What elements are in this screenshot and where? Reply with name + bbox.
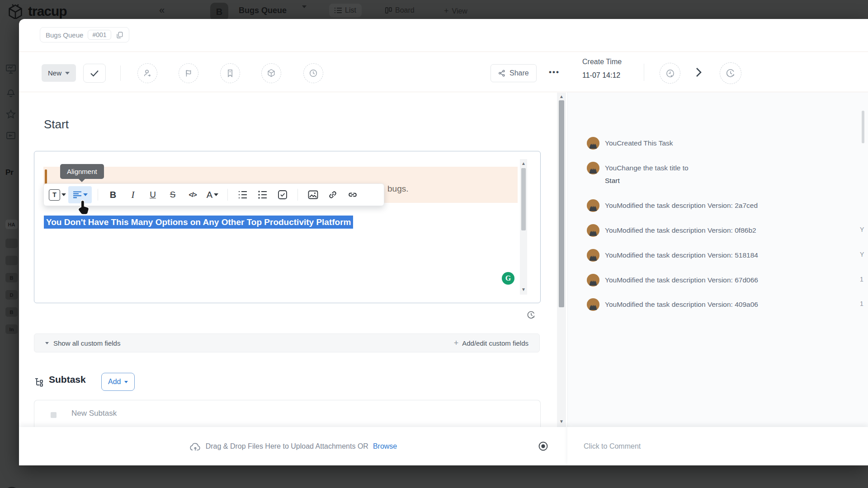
bullet-list-button[interactable] (254, 186, 272, 203)
align-left-icon (73, 191, 82, 198)
more-options-button[interactable]: ••• (549, 68, 560, 77)
notifications-bell-icon[interactable] (6, 88, 16, 98)
link-button[interactable] (324, 186, 342, 203)
create-time-value: 11-07 14:12 (582, 71, 620, 80)
activity-item: YouModified the task description Version… (587, 224, 867, 237)
insert-image-button[interactable] (304, 186, 322, 203)
activity-detail: Start (605, 177, 620, 184)
project-badge[interactable]: B (5, 307, 18, 317)
comment-bar[interactable]: Click to Comment (567, 427, 868, 465)
project-chip[interactable]: B (210, 3, 228, 19)
left-sidebar: Pr HA B D B In (0, 19, 19, 488)
favorites-star-icon[interactable] (6, 109, 16, 119)
comment-input[interactable]: Click to Comment (584, 442, 641, 450)
activity-history-button[interactable] (720, 62, 741, 84)
priority-button[interactable] (179, 63, 198, 83)
tracup-logo-text[interactable]: tracup (28, 4, 67, 19)
avatar (587, 162, 599, 174)
list-icon (335, 7, 342, 14)
subtask-status-square[interactable] (51, 412, 57, 418)
editor-scroll-up-arrow[interactable]: ▲ (521, 161, 526, 166)
toolbar-separator (98, 189, 98, 201)
dashboard-icon[interactable] (5, 64, 16, 74)
checkbox-button[interactable] (274, 186, 292, 203)
drag-drop-text: Drag & Drop Files Here to Upload Attachm… (206, 442, 368, 450)
toolbar-divider (120, 66, 121, 81)
caret-down-icon (45, 342, 49, 344)
tab-board[interactable]: Board (385, 6, 415, 14)
project-name[interactable]: Bugs Queue (239, 6, 287, 15)
project-badge[interactable]: HA (5, 220, 18, 229)
clock-icon (308, 68, 318, 78)
avatar (587, 224, 599, 237)
due-date-button[interactable] (303, 63, 323, 83)
project-caret-icon[interactable] (302, 8, 307, 16)
cube-icon (266, 68, 276, 78)
attachment-drop-zone[interactable]: Drag & Drop Files Here to Upload Attachm… (19, 427, 567, 465)
toolbar-separator (297, 189, 298, 201)
header-divider (19, 52, 868, 52)
assignee-button[interactable] (137, 63, 157, 83)
add-custom-fields-button[interactable]: + Add/edit custom fields (454, 338, 528, 348)
activity-item: YouModified the task description Version… (587, 249, 867, 262)
create-time-label: Create Time (582, 58, 622, 66)
editor-scrollbar-thumb[interactable] (521, 168, 526, 230)
new-subtask-input[interactable]: New Subtask (71, 409, 117, 418)
flag-icon (184, 68, 193, 78)
activity-item: YouModified the task description Version… (587, 199, 867, 212)
ordered-list-button[interactable] (234, 186, 252, 203)
subtask-section-title: Subtask (49, 374, 86, 385)
font-color-button[interactable]: A (203, 186, 222, 203)
chevron-right-icon[interactable] (693, 66, 703, 79)
project-badge[interactable] (5, 239, 18, 248)
callout-visible-text: bugs. (387, 184, 408, 194)
browse-link[interactable]: Browse (373, 442, 397, 450)
caret-down-icon (61, 193, 66, 196)
complete-task-button[interactable] (83, 64, 106, 83)
tab-list[interactable]: List (329, 4, 362, 17)
time-tracking-button[interactable] (660, 63, 680, 84)
italic-button[interactable]: I (124, 186, 142, 203)
strikethrough-button[interactable]: S (164, 186, 182, 203)
plus-icon: + (454, 338, 459, 348)
project-badge[interactable]: D (5, 290, 18, 300)
copy-link-icon[interactable] (116, 31, 123, 39)
task-id-chip[interactable]: #001 (88, 30, 111, 40)
tab-add-view[interactable]: + View (444, 6, 467, 16)
avatar (587, 199, 599, 212)
bold-button[interactable]: B (104, 186, 122, 203)
activity-item: YouCreated This Task (587, 137, 867, 150)
add-subtask-button[interactable]: Add (101, 373, 135, 391)
text-style-button[interactable]: T (48, 186, 66, 203)
editor-scroll-down-arrow[interactable]: ▼ (521, 287, 526, 292)
project-badge[interactable] (5, 256, 18, 265)
project-badge[interactable]: In (5, 324, 18, 334)
activity-item: YouChange the task title to Start (587, 162, 867, 187)
activity-item: YouModified the task description Version… (587, 298, 867, 311)
main-scroll-up-arrow[interactable]: ▲ (559, 94, 564, 99)
attachment-link-button[interactable] (344, 186, 362, 203)
status-new-button[interactable]: New (42, 64, 76, 82)
projects-section-label: Pr (5, 168, 14, 177)
breadcrumb-list-name[interactable]: Bugs Queue (46, 31, 83, 39)
main-scrollbar-thumb[interactable] (559, 100, 564, 307)
main-scroll-down-arrow[interactable]: ▼ (559, 419, 564, 424)
project-badge[interactable]: B (5, 273, 18, 282)
collapse-sidebar-icon[interactable]: « (159, 5, 165, 16)
description-history-icon[interactable] (526, 310, 536, 320)
clock-pause-icon (725, 68, 736, 79)
breadcrumb: Bugs Queue #001 (40, 27, 129, 42)
share-button[interactable]: Share (491, 64, 537, 82)
record-icon[interactable] (538, 441, 548, 451)
task-title[interactable]: Start (44, 117, 69, 131)
tag-button[interactable] (220, 63, 240, 83)
avatar (587, 249, 599, 262)
selected-text[interactable]: You Don't Have This Many Options on Any … (44, 216, 353, 229)
code-button[interactable]: </> (184, 186, 202, 203)
grammarly-badge[interactable]: G (502, 272, 514, 285)
caret-down-icon (83, 193, 88, 196)
archive-folder-icon[interactable] (6, 131, 16, 140)
version-button[interactable] (261, 63, 281, 83)
underline-button[interactable]: U (144, 186, 162, 203)
show-custom-fields-button[interactable]: Show all custom fields (45, 339, 120, 347)
